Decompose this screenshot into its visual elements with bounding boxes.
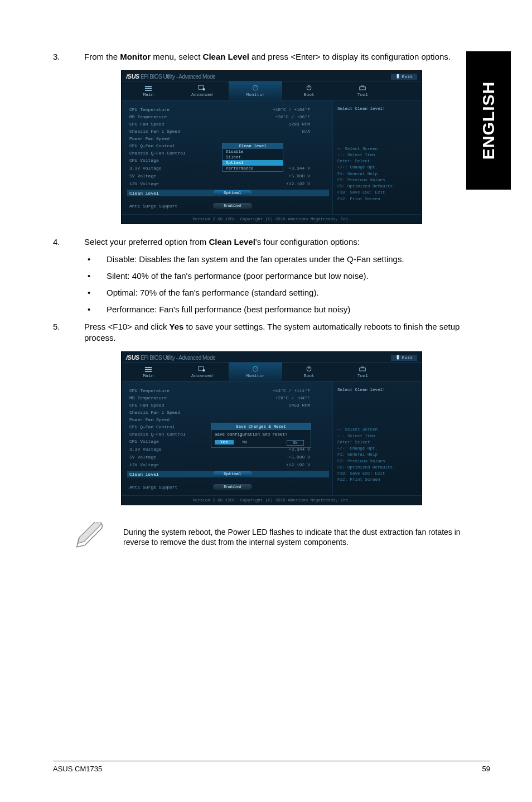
key-hint-line: +/-: Change Opt. [337,446,417,452]
step-4-bullets: •Disable: Disables the fan system and th… [84,254,490,316]
svg-rect-10 [145,369,152,370]
bios-tabs: Main Advanced Monitor Boot Tool [122,81,422,100]
bios-tab-tool[interactable]: Tool [336,363,389,381]
bios-row-label: 5V Voltage [129,173,213,178]
mouse-icon [395,74,400,79]
bios-row-value: +12.192 V [213,462,327,467]
bios-setting-row: Chassis Fan 1 SpeedN/A [129,128,327,135]
dialog-yes-button[interactable]: Yes [215,440,234,445]
bios-row-label: Anti Surge Support [129,204,213,209]
svg-rect-8 [360,87,366,90]
key-hint-line: F10: Save ESC: Exit [337,471,417,477]
bios-row-value: +30°C / +86°F [213,114,327,119]
key-hint-line: ↔: Select Screen [337,427,417,433]
svg-point-13 [202,369,205,371]
popup-option[interactable]: Optimal [223,160,283,166]
svg-point-4 [202,88,205,90]
dialog-ok-button[interactable]: Ok [287,440,304,446]
bios-row-label: 3.3V Voltage [129,166,213,171]
mouse-icon [395,355,400,360]
bios-row-value: +12.192 V [213,181,327,186]
bios-setting-row: CPU Temperature+44°C / +111°F [129,387,327,394]
bios-tab-main[interactable]: Main [122,363,175,381]
step-5-text: Press <F10> and click Yes to save your s… [84,321,490,344]
step-5: 5. Press <F10> and click Yes to save you… [53,321,490,344]
bios-tab-monitor[interactable]: Monitor [229,81,282,100]
bios-row-label: 12V Voltage [129,462,213,467]
key-hint-line: F2: Previous Values [337,458,417,465]
dialog-title: Save Changes & Reset [211,423,311,430]
bios-row-label: Power Fan Speed [129,417,213,422]
bios-tab-main[interactable]: Main [122,81,175,100]
key-hint-line: F1: General Help [337,171,417,177]
bios-row-label: CPU Temperature [129,388,213,393]
bios-row-label: CPU Temperature [129,107,213,112]
bios-logo: /SUS EFI BIOS Utility - Advanced Mode [126,73,215,80]
bios-row-value: +40°C / +104°F [213,107,327,112]
dialog-no-button[interactable]: No [237,440,253,445]
bios-footer: Version 2.00.1201. Copyright (C) 2010 Am… [122,495,422,505]
bios-tab-tool[interactable]: Tool [336,81,389,100]
bios-setting-row: Chassis Fan 1 Speed [129,409,327,416]
bullet-text: Performance: Fan's full performance (bes… [107,304,350,315]
step-4-text: Select your preferred option from Clean … [84,236,490,248]
save-changes-dialog: Save Changes & ResetSave configuration a… [211,423,311,448]
clean-level-options-popup[interactable]: Clean levelDisableSilentOptimalPerforman… [222,143,283,172]
popup-option[interactable]: Performance [223,166,283,171]
bios-row-value: 1293 RPM [213,122,327,127]
bios-row-value: +29°C / +84°F [213,395,327,400]
svg-rect-0 [145,86,152,87]
popup-title: Clean level [223,143,283,149]
bios-exit-button[interactable]: Exit [391,355,417,361]
key-hint-line: F5: Optimized Defaults [337,465,417,471]
bios-row-label: MB Temperature [129,114,213,119]
bios-row-label: CPU Fan Speed [129,403,213,408]
bios-setting-row: CPU Fan Speed1453 RPM [129,402,327,409]
bios-setting-row[interactable]: Clean levelOptimal [127,471,329,477]
bullet-dot: • [84,287,107,298]
bios-tab-monitor[interactable]: Monitor [229,363,282,381]
bios-row-label: CPU Q-Fan Control [129,143,213,148]
bios-tab-boot[interactable]: Boot [282,363,336,381]
bios-key-hints: ↔: Select Screen↑↓: Select ItemEnter: Se… [337,427,417,483]
bios-exit-button[interactable]: Exit [391,74,417,80]
svg-rect-7 [309,85,309,88]
bios-row-value: Enabled [213,203,327,209]
bios-tab-boot[interactable]: Boot [282,81,336,100]
key-hint-line: F5: Optimized Defaults [337,183,417,190]
key-hint-line: ↑↓: Select Item [337,152,417,158]
bios-row-label: CPU Fan Speed [129,122,213,127]
bullet-dot: • [84,254,107,265]
bios-help-panel: Select Clean level! ↔: Select Screen↑↓: … [332,381,422,495]
bios-tab-advanced[interactable]: Advanced [175,363,229,381]
bios-row-value: +44°C / +111°F [213,388,327,393]
language-tab: ENGLISH [466,51,511,190]
bios-setting-row: Anti Surge SupportEnabled [129,483,327,491]
step-5-number: 5. [53,321,84,344]
bios-row-label: CPU Voltage [129,158,213,163]
popup-option[interactable]: Silent [223,154,283,160]
svg-rect-11 [145,371,152,372]
svg-rect-2 [145,90,152,91]
bios-row-value: Optimal [213,471,327,477]
popup-option[interactable]: Disable [223,149,283,154]
svg-rect-16 [309,366,309,369]
key-hint-line: Enter: Select [337,439,417,446]
bios-row-label: CPU Q-Fan Control [129,424,213,429]
bios-setting-row: CPU Fan Speed1293 RPM [129,120,327,128]
bios-setting-row[interactable]: Clean levelOptimal [127,190,329,196]
bios-setting-row: MB Temperature+30°C / +86°F [129,113,327,120]
bios-setting-row: 5V Voltage+5.080 V [129,172,327,180]
svg-rect-3 [199,85,204,89]
bullet-text: Silent: 40% of the fan's performance (po… [107,270,369,282]
footer-product: ASUS CM1735 [53,765,102,773]
bios-setting-row: Power Fan Speed [129,135,327,142]
bullet-item: •Disable: Disables the fan system and th… [84,254,490,265]
bios-row-label: 12V Voltage [129,181,213,186]
bios-row-label: Chassis Q-Fan Control [129,432,213,437]
bios-row-label: MB Temperature [129,395,213,400]
bios-row-label: Power Fan Speed [129,136,213,141]
svg-rect-12 [199,366,204,370]
bios-tab-advanced[interactable]: Advanced [175,81,229,100]
bios-row-label: Chassis Fan 1 Speed [129,410,213,415]
